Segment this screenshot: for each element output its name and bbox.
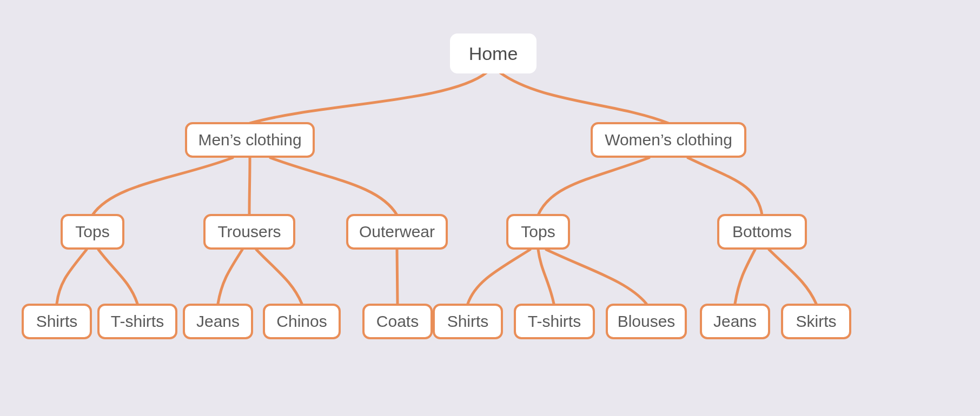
node-label: Shirts (36, 312, 78, 331)
node-label: Coats (376, 312, 419, 331)
node-label: Bottoms (732, 223, 792, 241)
node-label: Home (469, 43, 518, 64)
node-men-outerwear: Outerwear (346, 214, 448, 250)
node-home: Home (450, 33, 537, 73)
node-label: Tops (521, 223, 555, 241)
node-men-jeans: Jeans (183, 304, 253, 339)
node-label: Outerwear (359, 223, 435, 241)
node-label: Trousers (217, 223, 281, 241)
node-label: Shirts (447, 312, 489, 331)
node-men-shirts: Shirts (22, 304, 92, 339)
node-men-trousers: Trousers (203, 214, 295, 250)
node-mens-clothing: Men’s clothing (185, 122, 315, 158)
node-label: Jeans (713, 312, 757, 331)
node-label: Blouses (618, 312, 676, 331)
node-label: Women’s clothing (605, 131, 732, 149)
node-womens-clothing: Women’s clothing (591, 122, 746, 158)
node-label: T-shirts (528, 312, 581, 331)
node-label: Jeans (196, 312, 240, 331)
node-women-shirts: Shirts (433, 304, 503, 339)
node-women-blouses: Blouses (606, 304, 687, 339)
node-women-tshirts: T-shirts (514, 304, 595, 339)
node-men-chinos: Chinos (263, 304, 341, 339)
node-label: Men’s clothing (198, 131, 301, 149)
node-women-skirts: Skirts (781, 304, 851, 339)
node-men-tshirts: T-shirts (97, 304, 177, 339)
sitemap-diagram: Home Men’s clothing Women’s clothing Top… (0, 0, 980, 416)
node-men-tops: Tops (61, 214, 124, 250)
node-women-jeans: Jeans (700, 304, 770, 339)
node-label: Chinos (276, 312, 327, 331)
node-men-coats: Coats (362, 304, 433, 339)
node-women-bottoms: Bottoms (717, 214, 807, 250)
node-label: Tops (75, 223, 109, 241)
node-label: Skirts (796, 312, 837, 331)
node-label: T-shirts (111, 312, 164, 331)
node-women-tops: Tops (506, 214, 570, 250)
